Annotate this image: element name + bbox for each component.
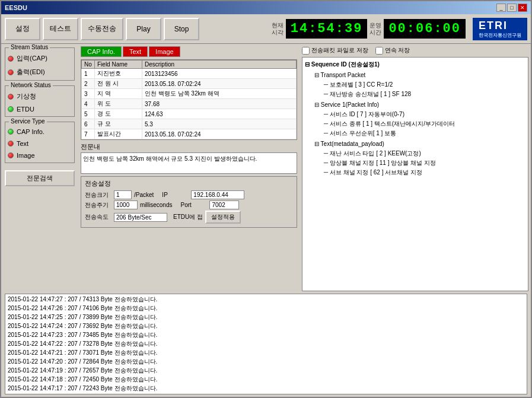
cycle-label: 전송주기	[85, 201, 112, 209]
tree-node: ⊟ Transport Packet─ 보호레벨 [ 3 ] CC R=1/2─…	[305, 71, 525, 99]
log-line: 2015-01-22 14:47:22 : 207 / 73278 Byte 전…	[8, 339, 524, 348]
tree-leaf: ─ 서비스 종류 [ 1 ] 텍스트(재난메시지/부가데이터	[314, 119, 525, 129]
data-table: No Field Name Description 1지진번호201312345…	[81, 60, 297, 139]
cap-input-label: 입력(CAP)	[17, 54, 47, 63]
service-text-label: Text	[17, 140, 28, 147]
current-time-display: 14:54:39	[286, 19, 368, 39]
tree-leaf: ─ 서비스 우선순위[ 1 ] 보통	[314, 129, 525, 138]
etri-subtitle: 한국전자통신연구원	[479, 32, 521, 39]
maximize-button[interactable]: □	[507, 4, 517, 12]
save-file-label: 전송패킷 파일로 저장	[311, 46, 368, 55]
table-row: 5경 도124.63	[82, 109, 297, 119]
log-line: 2015-01-22 14:47:23 : 207 / 73485 Byte 전…	[8, 330, 524, 339]
size-label: 전송크기	[85, 191, 112, 199]
log-line: 2015-01-22 14:47:21 : 207 / 73071 Byte 전…	[8, 348, 524, 357]
log-panel: 2015-01-22 14:47:28 : 17 / 74330 Byte 전송…	[5, 294, 527, 394]
etdu-label: ETDU	[17, 106, 34, 113]
tree-leaf: ─ 서브 채널 지정 [ 62 ] 서브채널 지정	[314, 168, 525, 177]
table-row: 3지 역인천 백령도 남쪽 32km 해역	[82, 89, 297, 99]
etri-logo: ETRI 한국전자통신연구원	[473, 18, 527, 40]
log-line: 2015-01-22 14:47:25 : 207 / 73899 Byte 전…	[8, 313, 524, 321]
cycle-input[interactable]	[114, 200, 138, 209]
tree-view: ⊟ Sequence ID (전송설정1)⊟ Transport Packet─…	[302, 57, 528, 291]
current-time-label: 현재 시각	[272, 22, 283, 36]
log-line: 2015-01-22 14:47:18 : 207 / 72450 Byte 전…	[8, 375, 524, 384]
save-file-checkbox[interactable]	[302, 47, 310, 55]
cap-input-led	[8, 56, 14, 62]
close-button[interactable]: ✕	[518, 4, 527, 12]
apply-button[interactable]: 설정적용	[205, 211, 241, 224]
log-line: 2015-01-22 14:47:20 : 207 / 72864 Byte 전…	[8, 357, 524, 366]
service-cap-led	[8, 129, 14, 135]
cycle-unit: milliseconds	[140, 202, 172, 208]
etdu-led	[8, 106, 14, 112]
size-input[interactable]	[114, 190, 132, 199]
checkbox-save-file: 전송패킷 파일로 저장	[302, 46, 368, 55]
speed-input	[114, 213, 167, 222]
tree-leaf: ─ 재난 서비스 타입 [ 2 ] KEEW(고정)	[314, 149, 525, 158]
minimize-button[interactable]: _	[496, 4, 506, 12]
table-row: 1지진번호2013123456	[82, 69, 297, 79]
network-status-title: Network Status	[9, 82, 53, 88]
config-row-size: 전송크기 /Packet IP	[85, 190, 293, 199]
left-panel: Stream Status 입력(CAP) 출력(EDI) Network St…	[1, 44, 78, 294]
toolbar: 설정 테스트 수동전송 Play Stop 현재 시각 14:54:39 운영 …	[1, 14, 531, 44]
data-table-container: No Field Name Description 1지진번호201312345…	[81, 59, 297, 140]
tab-image[interactable]: Image	[149, 46, 180, 57]
tree-node-label: ⊟ Transport Packet	[314, 71, 525, 80]
speed-label: 전송속도	[85, 213, 112, 221]
service-cap-label: CAP Info.	[17, 128, 44, 135]
tab-text[interactable]: Text	[123, 46, 148, 57]
test-button[interactable]: 테스트	[43, 18, 78, 40]
center-panel: CAP Info. Text Image No Field Name Descr…	[78, 44, 300, 294]
status-cap-input: 입력(CAP)	[8, 53, 72, 64]
service-image-led	[8, 152, 14, 158]
tree-leaf: ─ 앙상블 채널 지정 [ 11 ] 앙상블 채널 지정	[314, 158, 525, 168]
service-type-group: Service Type CAP Info. Text Image	[5, 122, 75, 163]
title-bar: EESDU _ □ ✕	[1, 1, 531, 14]
manual-send-button[interactable]: 수동전송	[81, 18, 123, 40]
weather-label: 기상청	[17, 92, 36, 101]
operation-time-label: 운영 시간	[369, 22, 381, 36]
etri-text: ETRI	[479, 20, 508, 31]
edi-output-label: 출력(EDI)	[17, 68, 45, 77]
log-line: 2015-01-22 14:47:17 : 207 / 72243 Byte 전…	[8, 384, 524, 393]
col-field: Field Name	[95, 61, 142, 69]
stop-button[interactable]: Stop	[164, 18, 199, 40]
config-row-cycle: 전송주기 milliseconds Port	[85, 200, 293, 209]
service-cap: CAP Info.	[8, 127, 72, 136]
tree-leaf: ─ 서비스 ID [ 7 ] 자동부여(0-7)	[314, 110, 525, 119]
send-config-title: 전송설정	[85, 179, 293, 188]
checkbox-row: 전송패킷 파일로 저장 연속 저장	[302, 46, 528, 55]
col-no: No	[82, 61, 95, 69]
tree-node: ⊟ Text(metadata_payload)─ 재난 서비스 타입 [ 2 …	[305, 139, 525, 177]
status-etdu: ETDU	[8, 104, 72, 114]
port-input[interactable]	[209, 200, 239, 209]
expert-section: 전문내 인천 백령도 남쪽 32km 해역에서 규모 5.3 지진이 발생하였습…	[81, 142, 297, 174]
size-unit: /Packet	[134, 192, 154, 198]
play-button[interactable]: Play	[126, 18, 161, 40]
settings-button[interactable]: 설정	[5, 18, 40, 40]
checkbox-continuous: 연속 저장	[375, 46, 410, 55]
search-button[interactable]: 전문검색	[5, 170, 75, 186]
table-row: 7발표시간2013.05.18. 07:02:24	[82, 129, 297, 139]
time-section: 현재 시각 14:54:39 운영 시간 00:06:00 ETRI 한국전자통…	[272, 18, 527, 40]
edi-output-led	[8, 69, 14, 75]
service-type-title: Service Type	[9, 118, 47, 125]
tree-leaf: ─ 재난방송 송신채널 [ 1 ] SF 128	[314, 90, 525, 99]
main-window: EESDU _ □ ✕ 설정 테스트 수동전송 Play Stop 현재 시각 …	[0, 0, 532, 398]
tabs-row: CAP Info. Text Image	[81, 46, 297, 57]
ip-input[interactable]	[191, 190, 244, 199]
service-text: Text	[8, 139, 72, 148]
log-line: 2015-01-22 14:47:26 : 207 / 74106 Byte 전…	[8, 304, 524, 313]
tab-cap-info[interactable]: CAP Info.	[81, 46, 122, 57]
table-row: 6규 모5.3	[82, 119, 297, 129]
tree-root-title: ⊟ Sequence ID (전송설정1)	[305, 60, 525, 69]
tree-node-label: ⊟ Service 1(Packet Info)	[314, 100, 525, 110]
right-panel: 전송패킷 파일로 저장 연속 저장 ⊟ Sequence ID (전송설정1)⊟…	[300, 44, 531, 294]
service-text-led	[8, 141, 14, 147]
bottom-area: 2015-01-22 14:47:28 : 17 / 74330 Byte 전송…	[1, 294, 531, 397]
status-weather: 기상청	[8, 91, 72, 102]
continuous-checkbox[interactable]	[375, 47, 383, 55]
tree-node-label: ⊟ Text(metadata_payload)	[314, 139, 525, 149]
